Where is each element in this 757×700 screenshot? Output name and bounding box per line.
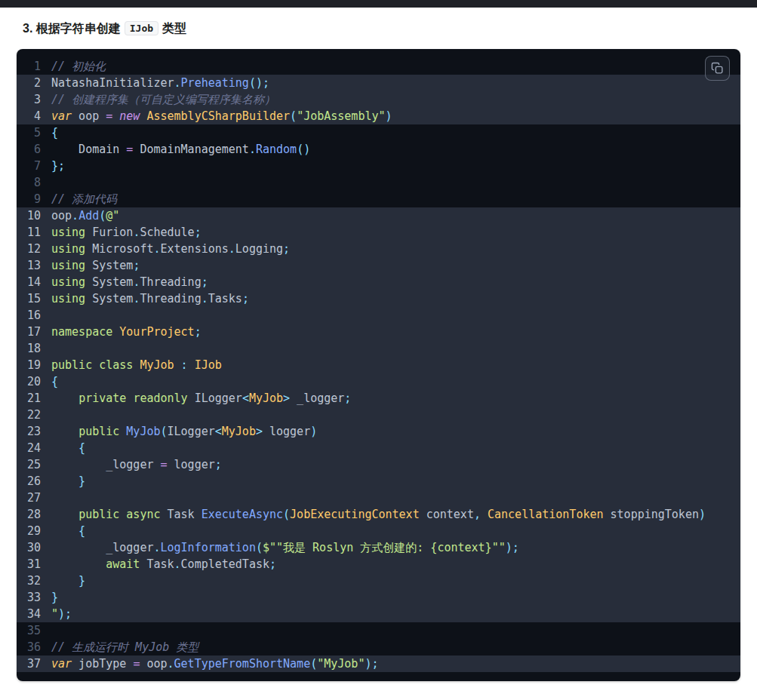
code-line-text: // 生成运行时 MyJob 类型 — [51, 639, 198, 655]
code-token: _logger — [290, 391, 344, 405]
line-number: 19 — [23, 357, 41, 373]
line-number: 25 — [23, 456, 41, 473]
code-line: 2NatashaInitializer.Preheating(); — [17, 75, 740, 91]
line-number: 16 — [23, 307, 41, 324]
code-token: // 添加代码 — [51, 192, 117, 206]
code-line-text: using System.Threading.Tasks; — [51, 290, 249, 307]
code-token: . — [153, 541, 160, 554]
code-token: ; — [283, 242, 290, 256]
code-token: . — [174, 76, 181, 90]
code-token: . — [72, 209, 78, 223]
line-number: 13 — [23, 257, 41, 274]
code-token: { — [51, 126, 58, 140]
line-number: 7 — [23, 158, 41, 174]
code-token: MyJob — [222, 425, 256, 438]
code-token: ); — [506, 541, 519, 554]
code-line-text: // 初始化 — [51, 58, 106, 75]
code-token: // 初始化 — [51, 60, 106, 73]
line-number: 1 — [23, 58, 41, 75]
code-line-text: { — [51, 523, 85, 539]
code-token: MyJob — [249, 391, 283, 405]
code-line: 6 Domain = DomainManagement.Random() — [17, 141, 740, 158]
code-line-text: namespace YourProject; — [51, 324, 202, 340]
code-token: LogInformation — [161, 541, 256, 554]
code-line: 1// 初始化 — [17, 58, 740, 75]
code-line-text: using System.Threading; — [51, 274, 208, 290]
code-token: Extensions — [161, 242, 229, 256]
code-line-text: _logger.LogInformation($""我是 Roslyn 方式创建… — [51, 539, 519, 556]
code-token: . — [202, 292, 208, 305]
code-line-text: // 添加代码 — [51, 191, 117, 207]
code-token: Logging — [235, 242, 283, 256]
heading-text-suffix: 类型 — [162, 22, 186, 35]
code-token — [112, 325, 119, 339]
line-number: 11 — [23, 224, 41, 241]
code-token: jobType — [72, 657, 133, 671]
code-token: public — [51, 358, 92, 372]
code-token — [51, 425, 78, 438]
code-token: MyJob — [126, 425, 160, 438]
code-token: CancellationToken — [488, 508, 604, 521]
code-token: namespace — [51, 325, 112, 339]
heading-inline-code: IJob — [125, 21, 158, 35]
code-token: CompletedTask — [181, 557, 269, 571]
code-line-text: var oop = new AssemblyCSharpBuilder("Job… — [51, 108, 392, 124]
code-token: ; — [269, 557, 276, 571]
code-token: Threading — [140, 275, 201, 289]
code-line: 16 — [17, 307, 740, 324]
code-token — [92, 358, 99, 372]
code-line: 31 await Task.CompletedTask; — [17, 556, 740, 573]
code-token: ; — [195, 226, 202, 239]
code-token: ILogger — [168, 425, 215, 438]
code-line: 36// 生成运行时 MyJob 类型 — [17, 639, 740, 655]
code-token: ExecuteAsync — [202, 508, 283, 521]
line-number: 18 — [23, 340, 41, 357]
code-line: 23 public MyJob(ILogger<MyJob> logger) — [17, 423, 740, 440]
code-token — [51, 391, 78, 405]
code-token: = — [161, 458, 168, 471]
docs-page: 3. 根据字符串创建IJob类型 1// 初始化2NatashaInitiali… — [0, 0, 757, 700]
line-number: 26 — [23, 473, 41, 490]
code-line-text: } — [51, 473, 85, 490]
code-token: ILogger — [188, 391, 242, 405]
code-token: _logger — [51, 458, 161, 471]
code-token: $""我是 Roslyn 方式创建的: {context}"" — [263, 541, 506, 554]
code-token: ; — [133, 259, 140, 272]
code-line-text: var jobType = oop.GetTypeFromShortName("… — [51, 655, 379, 672]
code-token: } — [51, 574, 85, 588]
code-block: 1// 初始化2NatashaInitializer.Preheating();… — [17, 49, 740, 681]
code-token: oop — [140, 657, 167, 671]
line-number: 5 — [23, 124, 41, 141]
code-line: 34"); — [17, 606, 740, 622]
code-token: Task — [161, 508, 202, 521]
code-token: stoppingToken — [604, 508, 699, 521]
code-line-text: await Task.CompletedTask; — [51, 556, 276, 573]
code-token: new — [119, 109, 140, 123]
code-token: (); — [249, 76, 269, 90]
code-token — [51, 557, 106, 571]
code-token: logger — [263, 425, 310, 438]
line-number: 21 — [23, 390, 41, 407]
code-token: ) — [386, 109, 392, 123]
line-number: 27 — [23, 490, 41, 506]
code-token: context — [420, 508, 474, 521]
code-line: 26 } — [17, 473, 740, 490]
code-line: 22 — [17, 407, 740, 423]
line-number: 15 — [23, 290, 41, 307]
code-token: ( — [290, 109, 297, 123]
code-token: } — [51, 591, 58, 604]
code-token: . — [153, 242, 160, 256]
code-token: () — [297, 143, 310, 156]
code-token: ( — [99, 209, 106, 223]
code-token: = — [106, 109, 112, 123]
code-token: > — [256, 425, 263, 438]
code-token: Task — [140, 557, 174, 571]
code-line-text: NatashaInitializer.Preheating(); — [51, 75, 269, 91]
code-token — [119, 508, 126, 521]
copy-code-button[interactable] — [705, 56, 730, 81]
code-token: : — [181, 358, 188, 372]
code-token: . — [249, 143, 256, 156]
code-token: public — [78, 425, 119, 438]
code-token: { — [51, 441, 85, 455]
line-number: 8 — [23, 174, 41, 191]
